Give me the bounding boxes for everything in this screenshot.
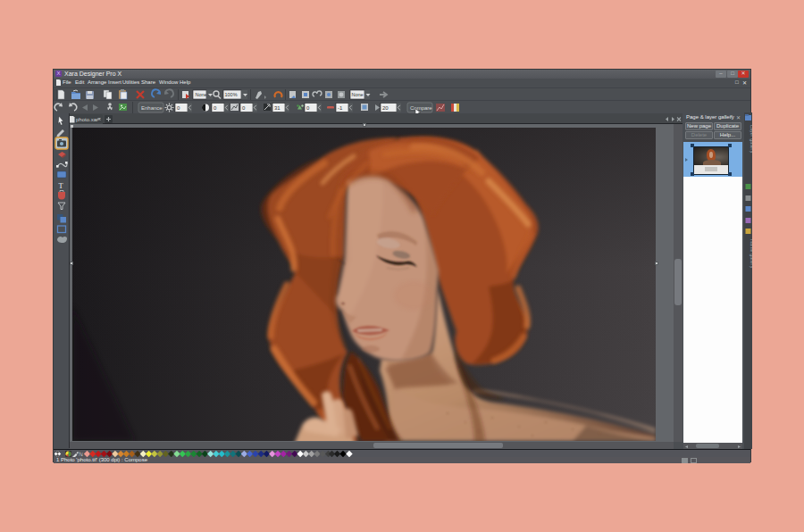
svg-text:photo.xar*: photo.xar* <box>76 117 101 122</box>
svg-text:31: 31 <box>274 105 281 111</box>
svg-text:Compare: Compare <box>410 105 432 111</box>
svg-text:None: None <box>196 92 207 97</box>
svg-text:Layer gallery: Layer gallery <box>750 125 752 154</box>
svg-text:20: 20 <box>382 105 389 111</box>
svg-text:None: None <box>352 92 364 97</box>
svg-text:T: T <box>59 181 64 190</box>
svg-text:-1: -1 <box>338 105 343 111</box>
svg-text:Name gallery: Name gallery <box>750 239 752 269</box>
svg-text:100%: 100% <box>225 92 238 97</box>
svg-text:Enhance: Enhance <box>141 105 163 111</box>
